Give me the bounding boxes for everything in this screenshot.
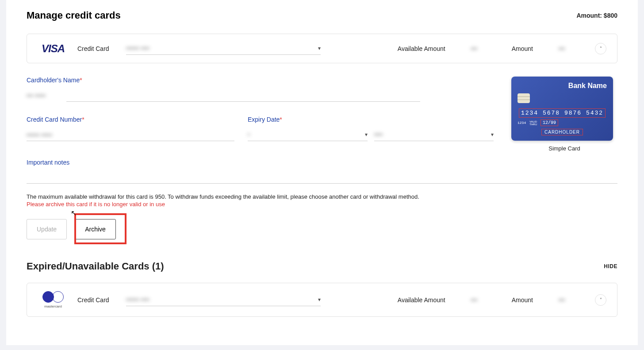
expired-title: Expired/Unavailable Cards (1) — [27, 261, 164, 272]
header-row: Manage credit cards Amount: $800 — [27, 4, 617, 21]
max-withdrawal-info: The maximum available withdrawal for thi… — [27, 193, 617, 200]
expired-card-select[interactable]: •••••• •••• ▾ — [126, 293, 321, 306]
form-column: Cardholder's Name* ••• ••••• Credit Card… — [27, 77, 494, 155]
expired-available-label: Available Amount — [398, 296, 445, 304]
expiry-month-value: • — [248, 131, 250, 138]
expired-amount-label: Amount — [512, 296, 533, 304]
card-select[interactable]: •••••• •••• ▾ — [126, 42, 321, 55]
expired-available-value: ••• — [463, 296, 485, 304]
expired-card-select-value: •••••• •••• — [126, 296, 150, 303]
cardholder-name-value: ••• ••••• — [27, 92, 66, 102]
cardholder-name-label: Cardholder's Name* — [27, 77, 494, 84]
expired-amount-value: ••• — [551, 296, 573, 304]
expand-toggle[interactable]: ˅ — [595, 294, 606, 306]
page-container: Manage credit cards Amount: $800 VISA Cr… — [6, 0, 638, 345]
amount-label: Amount — [512, 45, 533, 52]
chevron-down-icon: ▾ — [365, 131, 368, 138]
hide-toggle[interactable]: HIDE — [604, 263, 617, 269]
page-title: Manage credit cards — [27, 10, 121, 21]
archive-warning: Please archive this card if it is no lon… — [27, 201, 617, 208]
collapse-toggle[interactable]: ˄ — [595, 43, 606, 54]
ccnum-value: •••••• ••••• — [27, 131, 52, 138]
archive-button[interactable]: Archive — [75, 219, 116, 239]
chevron-down-icon: ▾ — [491, 131, 494, 138]
expiry-year-select[interactable]: •••• ▾ — [374, 128, 494, 141]
card-details-form: Cardholder's Name* ••• ••••• Credit Card… — [27, 77, 617, 155]
sample-card-visual: Bank Name 1234 5678 9876 5432 1234 VALID… — [511, 77, 613, 141]
ccnum-field: Credit Card Number* •••••• ••••• — [27, 116, 234, 141]
chip-icon — [518, 93, 530, 103]
expired-card-type-label: Credit Card — [77, 296, 117, 304]
card-type-label: Credit Card — [77, 45, 117, 52]
available-amount-label: Available Amount — [398, 45, 445, 52]
sample-cardholder: CARDHOLDER — [541, 129, 583, 135]
chevron-down-icon: ▾ — [318, 45, 321, 51]
expired-header: Expired/Unavailable Cards (1) HIDE — [27, 261, 617, 272]
active-card-row: VISA Credit Card •••••• •••• ▾ Available… — [27, 34, 617, 63]
ccnum-input[interactable] — [27, 128, 234, 141]
sample-expiry: 12/99 — [540, 119, 558, 126]
total-amount: Amount: $800 — [576, 12, 617, 19]
sample-bank-name: Bank Name — [518, 82, 607, 90]
content-wrapper: Manage credit cards Amount: $800 VISA Cr… — [27, 4, 617, 317]
ccnum-label: Credit Card Number* — [27, 116, 234, 123]
sample-valid-thru-label: VALIDTHRU — [529, 120, 537, 126]
visa-logo: VISA — [38, 42, 69, 55]
visa-icon: VISA — [42, 42, 65, 55]
cardholder-name-field: Cardholder's Name* ••• ••••• — [27, 77, 494, 102]
cursor-icon: ↖ — [71, 209, 77, 217]
notes-label: Important notes — [27, 159, 617, 166]
card-select-value: •••••• •••• — [126, 45, 150, 52]
expiry-year-value: •••• — [374, 131, 383, 138]
notes-input-line[interactable] — [27, 169, 617, 184]
mastercard-logo: mastercard — [38, 291, 69, 308]
mastercard-label: mastercard — [44, 304, 62, 308]
chevron-down-icon: ▾ — [318, 296, 321, 303]
chevron-down-icon: ˅ — [600, 297, 602, 302]
button-row: Update Archive — [27, 219, 617, 239]
update-button[interactable]: Update — [27, 219, 67, 239]
card-visual-caption: Simple Card — [511, 145, 617, 152]
expiry-label: Expiry Date* — [248, 116, 494, 123]
chevron-up-icon: ˄ — [600, 46, 602, 51]
available-amount-value: ••• — [463, 45, 485, 52]
mastercard-icon — [42, 291, 64, 304]
amount-value: ••• — [551, 45, 573, 52]
expiry-month-select[interactable]: • ▾ — [248, 128, 368, 141]
required-marker: * — [82, 116, 84, 123]
ccnum-expiry-row: Credit Card Number* •••••• ••••• Expiry … — [27, 116, 494, 155]
cardholder-name-input[interactable] — [66, 89, 420, 102]
expired-card-row: mastercard Credit Card •••••• •••• ▾ Ava… — [27, 283, 617, 317]
sample-small-digits: 1234 — [518, 121, 526, 125]
required-marker: * — [280, 116, 282, 123]
sample-card-number: 1234 5678 9876 5432 — [519, 108, 606, 118]
required-marker: * — [80, 77, 82, 84]
card-visual-column: Bank Name 1234 5678 9876 5432 1234 VALID… — [511, 77, 617, 155]
important-notes-field: Important notes — [27, 159, 617, 184]
